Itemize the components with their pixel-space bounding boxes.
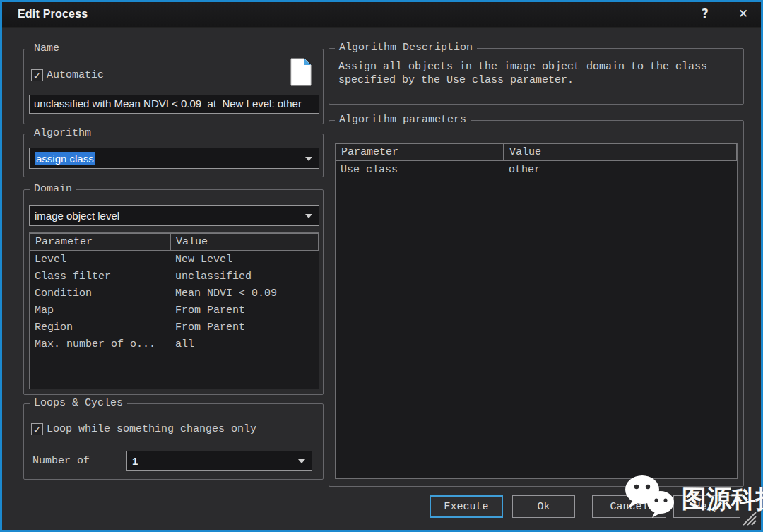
process-name-input[interactable]: unclassified with Mean NDVI < 0.09 at Ne…: [29, 95, 319, 114]
param-cell: Condition: [30, 285, 170, 302]
table-row[interactable]: Max. number of o... all: [30, 336, 319, 353]
check-icon: ✓: [33, 425, 42, 435]
chevron-down-icon[interactable]: [298, 459, 305, 463]
resize-grip[interactable]: [741, 510, 757, 526]
loop-while-label: Loop while something changes only: [47, 423, 256, 435]
table-row[interactable]: Use class other: [336, 161, 737, 178]
algorithm-description-group: Algorithm Description Assign all objects…: [329, 48, 744, 105]
value-cell: unclassified: [170, 268, 319, 285]
column-header[interactable]: Parameter: [336, 143, 504, 161]
algorithm-parameters-group: Algorithm parameters Parameter Value Use…: [329, 120, 744, 487]
domain-selected-value: image object level: [35, 210, 119, 222]
table-row[interactable]: Map From Parent: [30, 302, 319, 319]
domain-group: Domain image object level Parameter Valu…: [23, 189, 324, 395]
algorithm-combobox[interactable]: assign class: [29, 148, 319, 169]
value-cell: Mean NDVI < 0.09: [170, 285, 319, 302]
checkbox-icon[interactable]: ✓: [31, 69, 43, 81]
domain-combobox[interactable]: image object level: [29, 205, 319, 226]
table-header-row: Parameter Value: [30, 233, 319, 251]
column-header[interactable]: Value: [504, 143, 737, 161]
window-title: Edit Process: [18, 8, 88, 20]
table-row[interactable]: Condition Mean NDVI < 0.09: [30, 285, 319, 302]
chevron-down-icon[interactable]: [305, 214, 312, 218]
automatic-checkbox[interactable]: ✓ Automatic: [31, 69, 104, 81]
param-cell: Region: [30, 319, 170, 336]
cancel-button[interactable]: Cancel: [592, 495, 666, 518]
number-of-combobox[interactable]: 1: [126, 451, 312, 471]
new-document-icon[interactable]: [290, 58, 312, 86]
value-cell: From Parent: [170, 302, 319, 319]
value-cell: From Parent: [170, 319, 319, 336]
param-cell: Level: [30, 251, 170, 268]
param-cell: Use class: [336, 161, 504, 178]
algorithm-description-text: Assign all objects in the image object d…: [338, 60, 733, 87]
loops-cycles-group: Loops & Cycles ✓ Loop while something ch…: [23, 403, 324, 480]
algorithm-group: Algorithm assign class: [23, 134, 324, 177]
table-row[interactable]: Level New Level: [30, 251, 319, 268]
value-cell: other: [504, 161, 737, 178]
algorithm-selected-value: assign class: [35, 152, 95, 165]
param-cell: Max. number of o...: [30, 336, 170, 353]
table-header-row: Parameter Value: [336, 143, 737, 161]
parameters-group-label: Algorithm parameters: [335, 114, 471, 126]
value-cell: New Level: [170, 251, 319, 268]
chevron-down-icon[interactable]: [305, 157, 312, 161]
param-cell: Class filter: [30, 268, 170, 285]
number-of-value: 1: [132, 455, 138, 467]
column-header[interactable]: Parameter: [30, 233, 170, 251]
domain-group-label: Domain: [30, 183, 76, 195]
domain-parameter-table: Parameter Value Level New Level Class fi…: [29, 232, 319, 389]
number-of-label: Number of: [32, 455, 90, 467]
help-button[interactable]: Help: [673, 495, 740, 518]
ok-button[interactable]: Ok: [512, 495, 575, 518]
loops-group-label: Loops & Cycles: [30, 397, 127, 409]
description-group-label: Algorithm Description: [335, 42, 477, 54]
checkbox-icon[interactable]: ✓: [31, 423, 43, 435]
algorithm-group-label: Algorithm: [30, 127, 95, 139]
table-row[interactable]: Class filter unclassified: [30, 268, 319, 285]
titlebar[interactable]: Edit Process ? ✕: [2, 2, 761, 28]
name-group-label: Name: [30, 42, 64, 54]
algorithm-parameters-table: Parameter Value Use class other: [335, 143, 738, 479]
close-icon[interactable]: ✕: [733, 6, 754, 23]
table-row[interactable]: Region From Parent: [30, 319, 319, 336]
automatic-label: Automatic: [47, 69, 104, 81]
help-icon[interactable]: ?: [694, 6, 716, 23]
name-group: Name ✓ Automatic unclassified with Mean …: [23, 49, 324, 124]
param-cell: Map: [30, 302, 170, 319]
execute-button[interactable]: Execute: [430, 495, 503, 518]
edit-process-dialog: Edit Process ? ✕ Name ✓ Automatic unclas…: [0, 0, 763, 532]
value-cell: all: [170, 336, 319, 353]
check-icon: ✓: [33, 71, 42, 81]
column-header[interactable]: Value: [170, 233, 319, 251]
loop-while-checkbox[interactable]: ✓ Loop while something changes only: [31, 423, 256, 435]
